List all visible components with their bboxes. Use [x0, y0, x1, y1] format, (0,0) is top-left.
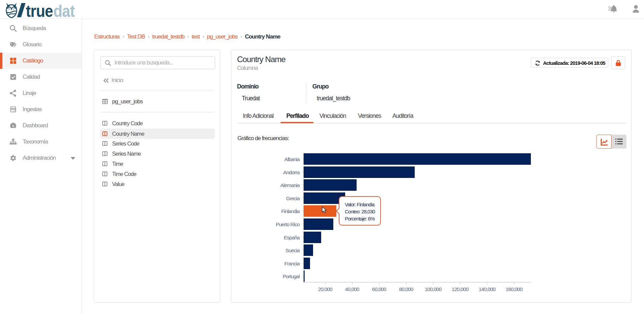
- svg-text:true: true: [26, 2, 53, 19]
- svg-text:dat: dat: [53, 2, 75, 19]
